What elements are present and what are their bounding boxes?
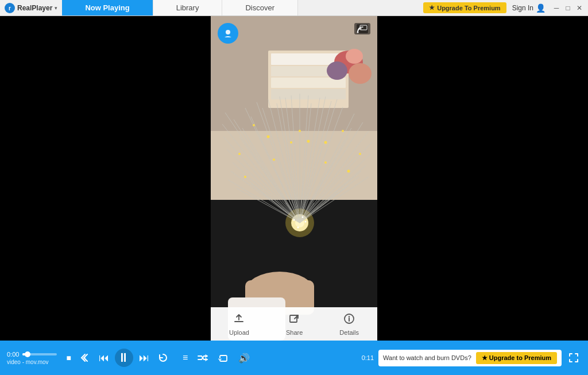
svg-point-80: [347, 170, 350, 173]
upload-action[interactable]: Upload: [229, 313, 249, 336]
svg-point-12: [346, 49, 363, 64]
svg-point-73: [324, 141, 327, 144]
svg-point-83: [359, 153, 361, 155]
svg-point-84: [293, 219, 295, 221]
skip-forward-button[interactable]: ⏭: [137, 351, 152, 365]
svg-line-95: [295, 315, 298, 319]
fullscreen-button[interactable]: [566, 351, 581, 364]
realplayer-watermark: [218, 23, 238, 44]
svg-point-86: [297, 227, 299, 229]
svg-text:r: r: [9, 5, 11, 11]
svg-point-76: [290, 141, 292, 144]
svg-rect-94: [290, 315, 297, 322]
svg-point-74: [342, 130, 344, 132]
skip-back-button[interactable]: ⏮: [96, 351, 111, 365]
logo-chevron-icon: ▾: [55, 5, 57, 11]
svg-point-81: [244, 176, 246, 178]
video-area: Upload Share: [211, 16, 377, 341]
svg-text:10: 10: [83, 357, 86, 360]
shuffle-button[interactable]: [195, 351, 211, 365]
volume-button[interactable]: 🔊: [236, 351, 252, 365]
close-button[interactable]: ✕: [574, 3, 585, 13]
progress-thumb: [25, 351, 30, 357]
tab-library[interactable]: Library: [153, 0, 223, 16]
minimize-button[interactable]: ─: [551, 3, 562, 13]
svg-point-82: [238, 153, 241, 155]
svg-point-79: [324, 161, 327, 164]
right-panel: [377, 16, 588, 341]
svg-point-85: [305, 221, 307, 223]
upgrade-bar-button[interactable]: ★ Upgrade to Premium: [476, 352, 557, 364]
cast-icon[interactable]: [354, 23, 370, 34]
tab-discover[interactable]: Discover: [222, 0, 298, 16]
play-pause-button[interactable]: ⏸: [115, 349, 133, 367]
logo-area[interactable]: r RealPlayer ▾: [0, 3, 62, 13]
svg-point-78: [273, 158, 275, 161]
control-bar: 0:00 video - mov.mov ■ 10 ⏮ ⏸ ⏭: [0, 341, 588, 375]
extra-controls: ≡ 🔊: [180, 351, 252, 365]
current-time: 0:00: [7, 351, 19, 358]
share-action[interactable]: Share: [286, 313, 303, 336]
star-icon: ★: [429, 4, 435, 11]
svg-rect-93: [234, 321, 243, 322]
stop-button[interactable]: ■: [64, 352, 73, 364]
svg-point-77: [307, 140, 310, 143]
user-icon: 👤: [536, 3, 546, 13]
svg-point-91: [357, 32, 359, 33]
titlebar: r RealPlayer ▾ Now Playing Library Disco…: [0, 0, 588, 16]
end-time: 0:11: [362, 354, 374, 361]
main-content: Upload Share: [0, 16, 588, 341]
right-controls: 0:11 Want to watch and burn DVDs? ★ Upgr…: [362, 341, 581, 375]
svg-point-89: [226, 30, 230, 34]
loop-button[interactable]: [215, 351, 231, 365]
svg-point-71: [267, 136, 270, 138]
maximize-button[interactable]: □: [563, 3, 573, 13]
svg-point-10: [349, 63, 372, 84]
progress-bar-area[interactable]: [22, 353, 57, 355]
replay-button[interactable]: [155, 351, 171, 365]
upload-icon: [233, 313, 245, 327]
left-panel: [0, 16, 211, 341]
video-background: [211, 16, 377, 341]
upload-label: Upload: [229, 329, 249, 336]
svg-point-11: [327, 61, 347, 80]
upgrade-premium-button[interactable]: ★ Upgrade To Premium: [423, 2, 506, 13]
progress-bar[interactable]: [22, 353, 57, 355]
share-icon: [289, 313, 300, 327]
details-label: Details: [339, 329, 359, 336]
file-name: video - mov.mov: [7, 359, 49, 365]
details-icon: [343, 313, 355, 327]
time-file-area: 0:00 video - mov.mov: [7, 351, 57, 365]
svg-point-75: [299, 130, 301, 132]
video-frame: Upload Share: [211, 16, 377, 341]
svg-point-87: [302, 217, 304, 218]
video-actions-bar: Upload Share: [211, 307, 377, 341]
share-label: Share: [286, 329, 303, 336]
svg-point-98: [349, 316, 350, 317]
details-action[interactable]: Details: [339, 313, 359, 336]
svg-point-72: [253, 124, 255, 126]
rewind10-button[interactable]: 10: [77, 351, 93, 365]
upgrade-bar-area: Want to watch and burn DVDs? ★ Upgrade t…: [378, 350, 562, 366]
transport-controls: ■ 10 ⏮ ⏸ ⏭: [64, 349, 171, 367]
nav-tabs: Now Playing Library Discover: [62, 0, 420, 16]
menu-button[interactable]: ≡: [180, 351, 190, 364]
realplayer-logo-icon: r: [5, 3, 15, 13]
signin-button[interactable]: Sign In 👤: [508, 3, 550, 13]
window-controls: ★ Upgrade To Premium Sign In 👤 ─ □ ✕: [420, 2, 588, 13]
upgrade-bar-text: Want to watch and burn DVDs?: [383, 354, 471, 362]
tab-now-playing[interactable]: Now Playing: [62, 0, 153, 16]
logo-text: RealPlayer: [17, 4, 52, 12]
